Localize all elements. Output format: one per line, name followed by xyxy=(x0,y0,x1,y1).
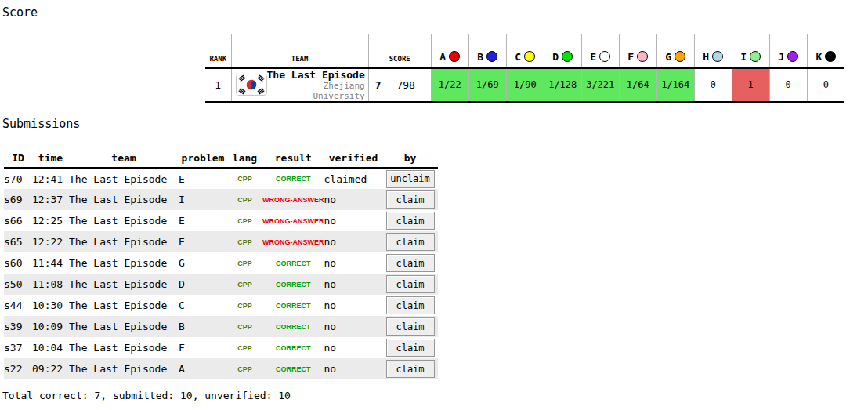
time-column-header: time xyxy=(32,150,69,168)
problem-letter: G xyxy=(665,51,671,63)
claim-button[interactable]: claim xyxy=(386,254,435,272)
submission-result: CORRECT xyxy=(262,358,324,379)
solved-count: 7 xyxy=(369,79,382,91)
submissions-table: ID time team problem lang result verifie… xyxy=(4,150,438,379)
submission-row-s22: s2209:22The Last EpisodeACPPCORRECTnocla… xyxy=(4,358,438,379)
submission-team: The Last Episode xyxy=(69,358,179,379)
penalty-time: 798 xyxy=(382,79,431,91)
team-name: The Last Episode xyxy=(267,69,365,82)
balloon-icon-F xyxy=(637,51,648,62)
submission-verified: no xyxy=(324,358,383,379)
claim-button[interactable]: claim xyxy=(386,190,435,209)
submission-action-cell: claim xyxy=(383,189,438,210)
submission-lang: CPP xyxy=(227,337,262,358)
problem-letter: E xyxy=(590,51,596,63)
submission-row-s69: s6912:37The Last EpisodeICPPWRONG-ANSWER… xyxy=(4,189,438,210)
by-column-header: by xyxy=(383,150,438,168)
submission-problem: A xyxy=(179,358,227,379)
balloon-icon-I xyxy=(750,51,761,62)
submission-row-s70: s7012:41The Last EpisodeECPPCORRECTclaim… xyxy=(4,168,438,189)
score-cell-K: 0 xyxy=(807,67,844,103)
score-cell-F: 1/64 xyxy=(619,67,656,103)
submission-action-cell: claim xyxy=(383,295,438,316)
team-cell: The Last Episode Zhejiang University xyxy=(231,67,368,103)
submission-verified: no xyxy=(324,231,383,252)
submission-action-cell: claim xyxy=(383,337,438,358)
problem-letter: A xyxy=(439,51,446,63)
submission-verified: no xyxy=(324,210,383,231)
score-cell-G: 1/164 xyxy=(656,67,694,103)
submission-result: WRONG-ANSWER xyxy=(262,189,324,210)
submission-lang: CPP xyxy=(227,189,262,210)
submission-time: 12:37 xyxy=(32,189,69,210)
problem-letter: H xyxy=(703,51,709,63)
lang-column-header: lang xyxy=(227,150,262,168)
problem-header-C: C xyxy=(506,34,544,67)
balloon-icon-C xyxy=(524,51,535,62)
submission-team: The Last Episode xyxy=(69,210,179,231)
submission-action-cell: claim xyxy=(383,231,438,252)
problem-header-H: H xyxy=(694,34,732,67)
problem-header-J: J xyxy=(769,34,807,67)
submission-lang: CPP xyxy=(227,295,262,316)
team-column-header: team xyxy=(69,150,179,168)
claim-button[interactable]: claim xyxy=(386,339,435,357)
problem-header-I: I xyxy=(732,34,769,67)
scoreboard-table: RANK TEAM SCORE ABCDEFGHIJK 1 xyxy=(205,34,844,103)
submission-id: s70 xyxy=(4,168,32,189)
submission-action-cell: unclaim xyxy=(383,168,438,189)
balloon-icon-G xyxy=(675,51,685,62)
submission-result: CORRECT xyxy=(262,252,324,274)
submission-time: 12:41 xyxy=(32,168,69,189)
problem-header-E: E xyxy=(581,34,619,67)
submission-problem: E xyxy=(179,231,227,252)
submission-row-s60: s6011:44The Last EpisodeGCPPCORRECTnocla… xyxy=(4,252,438,274)
score-heading: Score xyxy=(2,5,38,20)
claim-button[interactable]: claim xyxy=(386,360,435,378)
submission-team: The Last Episode xyxy=(69,168,179,189)
submission-id: s66 xyxy=(4,210,32,231)
submission-row-s66: s6612:25The Last EpisodeECPPWRONG-ANSWER… xyxy=(4,210,438,231)
balloon-icon-B xyxy=(486,51,497,62)
score-column-header: SCORE xyxy=(368,34,431,67)
problem-header-B: B xyxy=(468,34,506,67)
south-korea-flag-icon xyxy=(236,74,267,96)
claim-button[interactable]: claim xyxy=(386,233,435,251)
claim-button[interactable]: claim xyxy=(386,296,435,314)
problem-header-D: D xyxy=(544,34,581,67)
submission-id: s65 xyxy=(4,231,32,252)
balloon-icon-E xyxy=(599,51,610,62)
submission-id: s60 xyxy=(4,252,32,274)
claim-button[interactable]: claim xyxy=(386,275,435,293)
unclaim-button[interactable]: unclaim xyxy=(386,170,435,188)
submission-verified: no xyxy=(324,337,383,358)
team-affiliation: Zhejiang University xyxy=(267,81,365,101)
score-cell-E: 3/221 xyxy=(581,67,619,103)
claim-button[interactable]: claim xyxy=(386,317,435,336)
submission-lang: CPP xyxy=(227,252,262,274)
balloon-icon-J xyxy=(787,51,798,62)
submission-time: 11:08 xyxy=(32,274,69,295)
result-column-header: result xyxy=(262,150,324,168)
submission-result: WRONG-ANSWER xyxy=(262,231,324,252)
claim-button[interactable]: claim xyxy=(386,212,435,230)
submission-result: WRONG-ANSWER xyxy=(262,210,324,231)
submission-lang: CPP xyxy=(227,231,262,252)
submission-id: s39 xyxy=(4,316,32,337)
submission-result: CORRECT xyxy=(262,168,324,189)
score-cell-J: 0 xyxy=(769,67,807,103)
problem-header-A: A xyxy=(431,34,468,67)
submission-problem: F xyxy=(179,337,227,358)
problem-letter: F xyxy=(627,51,634,63)
submission-verified: no xyxy=(324,316,383,337)
problem-letter: D xyxy=(552,51,559,63)
problem-letter: B xyxy=(477,51,483,63)
totals-summary: Total correct: 7, submitted: 10, unverif… xyxy=(2,390,291,401)
score-cell-D: 1/128 xyxy=(544,67,581,103)
submission-row-s39: s3910:09The Last EpisodeBCPPCORRECTnocla… xyxy=(4,316,438,337)
scoreboard-header-row: RANK TEAM SCORE ABCDEFGHIJK xyxy=(205,34,844,67)
submission-action-cell: claim xyxy=(383,252,438,274)
submission-action-cell: claim xyxy=(383,210,438,231)
scoreboard-team-row: 1 xyxy=(205,67,844,103)
problem-letter: C xyxy=(515,51,521,63)
